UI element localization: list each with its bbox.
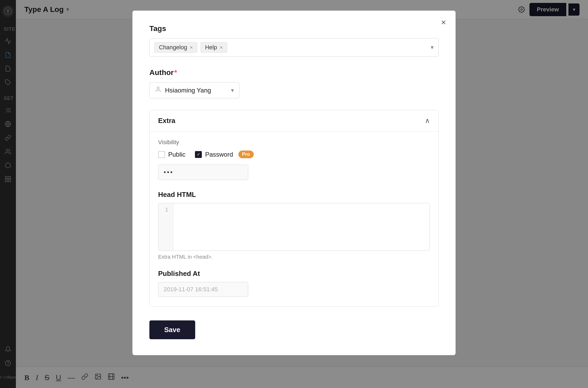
- extra-title: Extra: [158, 117, 175, 125]
- save-button[interactable]: Save: [149, 320, 195, 339]
- tag-changelog: Changelog ×: [154, 42, 197, 53]
- tag-changelog-remove[interactable]: ×: [190, 45, 193, 51]
- extra-collapse-icon[interactable]: ∧: [425, 117, 430, 125]
- published-at-label: Published At: [158, 270, 430, 278]
- author-chevron-icon[interactable]: ▾: [231, 87, 234, 94]
- modal-overlay: × Tags Changelog × Help × ▾ Author*: [0, 0, 588, 388]
- visibility-options: Public Password Pro: [158, 151, 430, 158]
- tags-section-label: Tags: [149, 24, 439, 33]
- tag-changelog-label: Changelog: [159, 44, 187, 51]
- visibility-password-option[interactable]: Password Pro: [195, 151, 253, 158]
- password-label: Password: [205, 151, 233, 158]
- published-at-input[interactable]: [158, 282, 248, 297]
- head-html-section: Head HTML 1 Extra HTML in <head>.: [158, 191, 430, 260]
- required-star: *: [174, 68, 177, 77]
- head-html-hint: Extra HTML in <head>.: [158, 254, 430, 260]
- author-name-label: Hsiaoming Yang: [165, 87, 227, 94]
- visibility-public-option[interactable]: Public: [158, 151, 185, 158]
- tag-help-label: Help: [205, 44, 217, 51]
- author-person-icon: [155, 86, 161, 94]
- published-at-section: Published At: [158, 270, 430, 297]
- tags-dropdown-arrow-icon[interactable]: ▾: [431, 44, 434, 51]
- pro-badge: Pro: [238, 151, 254, 158]
- public-checkbox[interactable]: [158, 151, 165, 158]
- head-html-editor: 1: [158, 203, 430, 251]
- settings-modal: × Tags Changelog × Help × ▾ Author*: [132, 11, 456, 355]
- password-input[interactable]: [158, 165, 248, 180]
- author-section: Author* Hsiaoming Yang ▾: [149, 68, 439, 98]
- tag-help-remove[interactable]: ×: [220, 45, 223, 51]
- author-label: Author*: [149, 68, 439, 77]
- modal-close-button[interactable]: ×: [441, 18, 446, 27]
- extra-body: Visibility Public Password Pro: [150, 131, 438, 306]
- line-numbers: 1: [158, 203, 173, 250]
- svg-point-24: [157, 87, 159, 89]
- password-checkbox[interactable]: [195, 151, 202, 158]
- extra-section: Extra ∧ Visibility Public Password: [149, 110, 439, 307]
- public-label: Public: [168, 151, 185, 158]
- visibility-label: Visibility: [158, 139, 430, 146]
- head-html-textarea[interactable]: [173, 203, 430, 250]
- tag-help: Help ×: [201, 42, 227, 53]
- extra-header[interactable]: Extra ∧: [150, 110, 438, 131]
- head-html-label: Head HTML: [158, 191, 430, 199]
- author-select[interactable]: Hsiaoming Yang ▾: [149, 82, 239, 98]
- tags-input[interactable]: Changelog × Help × ▾: [149, 38, 439, 57]
